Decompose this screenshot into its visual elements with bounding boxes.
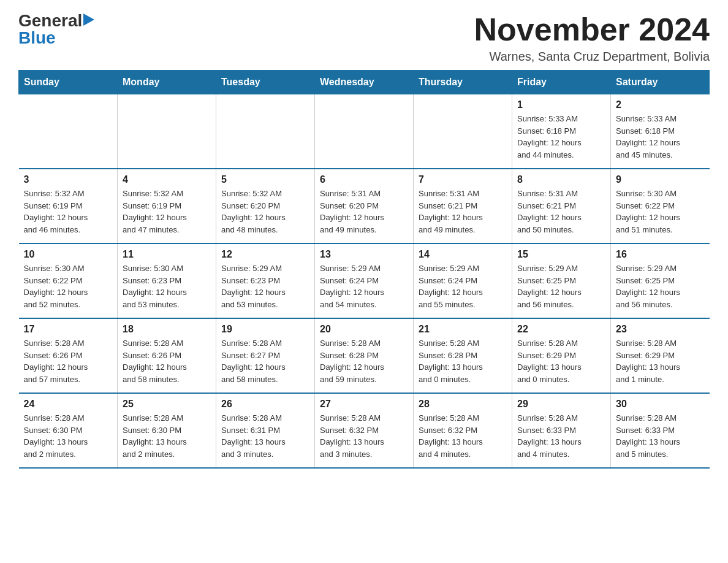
col-tuesday: Tuesday [216, 71, 315, 94]
day-info: Sunrise: 5:28 AMSunset: 6:29 PMDaylight:… [616, 337, 705, 385]
table-row: 10Sunrise: 5:30 AMSunset: 6:22 PMDayligh… [19, 243, 118, 318]
col-friday: Friday [512, 71, 611, 94]
table-row: 5Sunrise: 5:32 AMSunset: 6:20 PMDaylight… [216, 169, 315, 243]
day-info: Sunrise: 5:29 AMSunset: 6:24 PMDaylight:… [320, 262, 408, 310]
table-row: 22Sunrise: 5:28 AMSunset: 6:29 PMDayligh… [512, 318, 611, 393]
table-row: 8Sunrise: 5:31 AMSunset: 6:21 PMDaylight… [512, 169, 611, 243]
day-number: 4 [123, 174, 211, 185]
table-row: 20Sunrise: 5:28 AMSunset: 6:28 PMDayligh… [315, 318, 414, 393]
day-number: 30 [616, 399, 705, 410]
day-number: 18 [123, 324, 211, 335]
logo-blue-text: Blue [18, 28, 56, 47]
day-number: 29 [517, 399, 605, 410]
header: General Blue November 2024 Warnes, Santa… [18, 12, 710, 64]
logo: General Blue [18, 12, 94, 47]
table-row [118, 94, 216, 169]
day-info: Sunrise: 5:33 AMSunset: 6:18 PMDaylight:… [517, 113, 605, 161]
col-wednesday: Wednesday [315, 71, 414, 94]
day-info: Sunrise: 5:32 AMSunset: 6:20 PMDaylight:… [221, 188, 309, 236]
table-row: 1Sunrise: 5:33 AMSunset: 6:18 PMDaylight… [512, 94, 611, 169]
calendar-week-row: 17Sunrise: 5:28 AMSunset: 6:26 PMDayligh… [19, 318, 710, 393]
col-thursday: Thursday [414, 71, 512, 94]
table-row: 12Sunrise: 5:29 AMSunset: 6:23 PMDayligh… [216, 243, 315, 318]
day-info: Sunrise: 5:30 AMSunset: 6:23 PMDaylight:… [123, 262, 211, 310]
table-row [414, 94, 512, 169]
day-number: 28 [419, 399, 507, 410]
table-row: 27Sunrise: 5:28 AMSunset: 6:32 PMDayligh… [315, 393, 414, 468]
calendar-header-row: Sunday Monday Tuesday Wednesday Thursday… [19, 71, 710, 94]
day-number: 19 [221, 324, 309, 335]
day-number: 15 [517, 249, 605, 260]
col-sunday: Sunday [19, 71, 118, 94]
day-number: 27 [320, 399, 408, 410]
day-number: 20 [320, 324, 408, 335]
day-info: Sunrise: 5:28 AMSunset: 6:26 PMDaylight:… [123, 337, 211, 385]
day-number: 21 [419, 324, 507, 335]
calendar-week-row: 1Sunrise: 5:33 AMSunset: 6:18 PMDaylight… [19, 94, 710, 169]
logo-general-text: General [18, 12, 82, 29]
day-info: Sunrise: 5:31 AMSunset: 6:21 PMDaylight:… [419, 188, 507, 236]
col-saturday: Saturday [611, 71, 710, 94]
table-row [315, 94, 414, 169]
table-row: 26Sunrise: 5:28 AMSunset: 6:31 PMDayligh… [216, 393, 315, 468]
svg-marker-0 [83, 13, 94, 26]
table-row: 29Sunrise: 5:28 AMSunset: 6:33 PMDayligh… [512, 393, 611, 468]
day-info: Sunrise: 5:28 AMSunset: 6:32 PMDaylight:… [320, 412, 408, 460]
day-info: Sunrise: 5:28 AMSunset: 6:30 PMDaylight:… [123, 412, 211, 460]
title-area: November 2024 Warnes, Santa Cruz Departm… [474, 12, 710, 64]
day-info: Sunrise: 5:33 AMSunset: 6:18 PMDaylight:… [616, 113, 705, 161]
day-info: Sunrise: 5:28 AMSunset: 6:31 PMDaylight:… [221, 412, 309, 460]
table-row: 25Sunrise: 5:28 AMSunset: 6:30 PMDayligh… [118, 393, 216, 468]
table-row: 16Sunrise: 5:29 AMSunset: 6:25 PMDayligh… [611, 243, 710, 318]
day-number: 12 [221, 249, 309, 260]
day-number: 3 [24, 174, 113, 185]
table-row: 13Sunrise: 5:29 AMSunset: 6:24 PMDayligh… [315, 243, 414, 318]
day-info: Sunrise: 5:28 AMSunset: 6:30 PMDaylight:… [24, 412, 113, 460]
day-number: 9 [616, 174, 705, 185]
day-info: Sunrise: 5:28 AMSunset: 6:29 PMDaylight:… [517, 337, 605, 385]
calendar-week-row: 10Sunrise: 5:30 AMSunset: 6:22 PMDayligh… [19, 243, 710, 318]
day-number: 16 [616, 249, 705, 260]
day-number: 13 [320, 249, 408, 260]
table-row: 17Sunrise: 5:28 AMSunset: 6:26 PMDayligh… [19, 318, 118, 393]
month-title: November 2024 [474, 12, 710, 47]
day-info: Sunrise: 5:28 AMSunset: 6:26 PMDaylight:… [24, 337, 113, 385]
day-number: 14 [419, 249, 507, 260]
calendar-week-row: 24Sunrise: 5:28 AMSunset: 6:30 PMDayligh… [19, 393, 710, 468]
day-info: Sunrise: 5:29 AMSunset: 6:24 PMDaylight:… [419, 262, 507, 310]
day-number: 23 [616, 324, 705, 335]
calendar-week-row: 3Sunrise: 5:32 AMSunset: 6:19 PMDaylight… [19, 169, 710, 243]
table-row: 18Sunrise: 5:28 AMSunset: 6:26 PMDayligh… [118, 318, 216, 393]
table-row: 4Sunrise: 5:32 AMSunset: 6:19 PMDaylight… [118, 169, 216, 243]
day-number: 24 [24, 399, 113, 410]
day-number: 1 [517, 99, 605, 110]
table-row: 21Sunrise: 5:28 AMSunset: 6:28 PMDayligh… [414, 318, 512, 393]
day-number: 2 [616, 99, 705, 110]
calendar: Sunday Monday Tuesday Wednesday Thursday… [18, 70, 710, 469]
day-info: Sunrise: 5:29 AMSunset: 6:25 PMDaylight:… [517, 262, 605, 310]
table-row: 30Sunrise: 5:28 AMSunset: 6:33 PMDayligh… [611, 393, 710, 468]
day-number: 11 [123, 249, 211, 260]
table-row: 6Sunrise: 5:31 AMSunset: 6:20 PMDaylight… [315, 169, 414, 243]
day-info: Sunrise: 5:31 AMSunset: 6:20 PMDaylight:… [320, 188, 408, 236]
day-number: 17 [24, 324, 113, 335]
day-number: 7 [419, 174, 507, 185]
logo-triangle-icon [83, 13, 94, 26]
day-info: Sunrise: 5:28 AMSunset: 6:27 PMDaylight:… [221, 337, 309, 385]
table-row: 14Sunrise: 5:29 AMSunset: 6:24 PMDayligh… [414, 243, 512, 318]
day-info: Sunrise: 5:28 AMSunset: 6:28 PMDaylight:… [419, 337, 507, 385]
table-row: 3Sunrise: 5:32 AMSunset: 6:19 PMDaylight… [19, 169, 118, 243]
day-info: Sunrise: 5:28 AMSunset: 6:32 PMDaylight:… [419, 412, 507, 460]
table-row [19, 94, 118, 169]
table-row: 23Sunrise: 5:28 AMSunset: 6:29 PMDayligh… [611, 318, 710, 393]
day-info: Sunrise: 5:29 AMSunset: 6:25 PMDaylight:… [616, 262, 705, 310]
day-number: 10 [24, 249, 113, 260]
day-info: Sunrise: 5:32 AMSunset: 6:19 PMDaylight:… [24, 188, 113, 236]
location: Warnes, Santa Cruz Department, Bolivia [474, 50, 710, 64]
day-info: Sunrise: 5:30 AMSunset: 6:22 PMDaylight:… [616, 188, 705, 236]
table-row: 7Sunrise: 5:31 AMSunset: 6:21 PMDaylight… [414, 169, 512, 243]
day-number: 25 [123, 399, 211, 410]
day-number: 6 [320, 174, 408, 185]
day-info: Sunrise: 5:28 AMSunset: 6:33 PMDaylight:… [517, 412, 605, 460]
day-number: 22 [517, 324, 605, 335]
